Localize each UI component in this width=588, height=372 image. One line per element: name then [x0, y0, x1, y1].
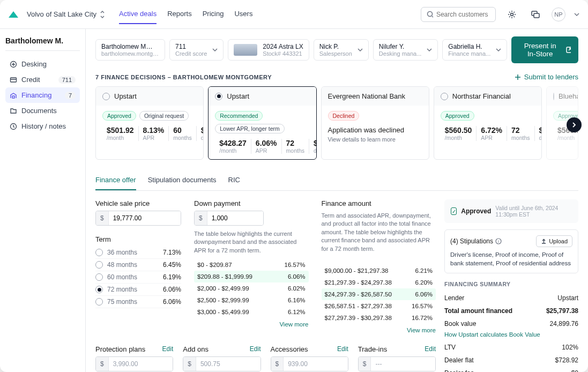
band-range: $24,297.39 - $26,587.50	[325, 291, 392, 297]
sidebar-item-credit[interactable]: Credit 711	[5, 72, 80, 87]
term-option-2[interactable]: 60 months6.19%	[95, 271, 181, 284]
documents-icon	[10, 107, 17, 115]
ctx-desk-role: Desking mana...	[379, 50, 421, 57]
tab-pricing[interactable]: Pricing	[203, 4, 224, 24]
band-apr: 6.02%	[288, 285, 306, 292]
sum-key: Lender	[444, 294, 464, 302]
mini-input[interactable]: $	[358, 356, 436, 371]
ctx-desking-mgr[interactable]: Nilufer Y.Desking mana...	[373, 39, 438, 61]
chevron-down-icon	[427, 47, 432, 53]
ctx-finance-mgr[interactable]: Gabriella H.Finance mana...	[442, 39, 507, 61]
radio-icon	[95, 249, 103, 256]
fin-note: Term and associated APR, downpayment, an…	[322, 212, 436, 253]
plus-icon	[515, 74, 521, 80]
metric-value: 6.06%	[256, 139, 277, 147]
tab-stip-docs[interactable]: Stipulation documents	[148, 170, 217, 190]
finance-card-3[interactable]: Northstar FinancialApproved$560.50/month…	[434, 86, 542, 160]
financing-badge: 7	[65, 92, 76, 99]
svg-text:i: i	[498, 239, 499, 244]
sidebar-item-history[interactable]: History / notes	[5, 118, 80, 134]
radio-icon[interactable]	[215, 93, 222, 100]
metric-value: 72	[286, 139, 304, 147]
settings-icon[interactable]	[504, 7, 519, 22]
upload-button[interactable]: Upload	[536, 235, 572, 247]
currency-icon: $	[271, 357, 284, 371]
finance-card-0[interactable]: UpstartApprovedOriginal request$501.92/m…	[95, 86, 204, 160]
term-option-0[interactable]: 36 months7.13%	[95, 247, 181, 259]
ctx-customer[interactable]: Bartholomew Montgomerybartholomew.montgo…	[95, 39, 165, 61]
band-row: $3,000 - $5,499.996.12%	[194, 306, 309, 318]
ctx-sales-role: Salesperson	[319, 50, 352, 57]
tab-users[interactable]: Users	[234, 4, 252, 24]
down-payment-input[interactable]: $	[194, 211, 264, 226]
term-apr: 6.06%	[163, 298, 181, 306]
edit-link[interactable]: Edit	[425, 345, 436, 353]
vehicle-thumb	[234, 44, 257, 56]
sidebar-item-documents[interactable]: Documents	[5, 103, 80, 118]
scroll-next-icon[interactable]	[567, 117, 582, 132]
chevron-down-icon[interactable]	[574, 12, 579, 17]
edit-link[interactable]: Edit	[337, 345, 348, 353]
metric-label: /month	[219, 147, 247, 154]
sidebar-item-desking[interactable]: Desking	[5, 56, 80, 72]
term-option-4[interactable]: 75 months6.06%	[95, 296, 181, 308]
book-value-link[interactable]: How Upstart calculates Book Value	[444, 331, 578, 338]
nav-tabs: Active deals Reports Pricing Users	[119, 4, 252, 24]
band-row: $0 - $209.8716.57%	[194, 259, 309, 271]
tab-finance-offer[interactable]: Finance offer	[95, 170, 136, 190]
search-box[interactable]	[421, 7, 496, 22]
search-icon	[427, 11, 433, 18]
metric-label: APR	[143, 135, 165, 141]
tab-ric[interactable]: RIC	[228, 170, 240, 190]
chat-icon[interactable]	[528, 7, 543, 22]
avatar[interactable]: NP	[552, 8, 565, 21]
search-input[interactable]	[436, 11, 490, 18]
credit-icon	[10, 76, 17, 84]
band-range: $209.88 - $1,999.99	[197, 273, 252, 280]
view-more-down[interactable]: View more	[194, 321, 309, 328]
metric-value: $1,000	[201, 126, 204, 135]
band-range: $27,297.39 - $30,297.38	[325, 315, 392, 321]
ctx-fin-name: Gabriella H.	[448, 43, 490, 50]
radio-icon[interactable]	[102, 93, 110, 100]
term-duration: 72 months	[107, 286, 137, 293]
ctx-fin-role: Finance mana...	[448, 50, 490, 57]
term-option-3[interactable]: 72 months6.06%	[95, 284, 181, 296]
sum-key: Dealer flat	[444, 356, 474, 364]
ctx-salesperson[interactable]: Nick P.Salesperson	[314, 39, 369, 61]
ctx-credit[interactable]: 711Credit score	[169, 39, 224, 61]
sidebar: Bartholomew M. Desking Credit 711 Financ…	[0, 29, 86, 372]
submit-to-lenders-link[interactable]: Submit to lenders	[515, 73, 578, 81]
metric-value: $501.92	[107, 126, 134, 135]
ctx-vehicle[interactable]: 2024 Astra LXStock# 443321	[228, 39, 309, 61]
finance-amount-label: Finance amount	[322, 199, 436, 207]
finance-card-2[interactable]: Evergreen National BankDeclinedApplicati…	[321, 86, 429, 160]
stip-title: (4) Stipulationsi	[450, 237, 502, 245]
finance-card-1[interactable]: UpstartRecommendedLower APR, longer term…	[208, 86, 316, 160]
metric-value: $428.27	[219, 139, 247, 147]
sidebar-item-financing[interactable]: Financing 7	[5, 87, 80, 103]
mini-input[interactable]: $	[183, 356, 260, 371]
tab-active-deals[interactable]: Active deals	[119, 4, 157, 24]
present-in-store-button[interactable]: Present in In-Store	[511, 36, 578, 63]
view-more-fin[interactable]: View more	[322, 327, 436, 333]
sale-price-input[interactable]: $	[95, 211, 181, 226]
topbar: Volvo of Salt Lake City Active deals Rep…	[0, 0, 588, 29]
term-option-1[interactable]: 48 months6.45%	[95, 259, 181, 271]
check-icon: ✓	[451, 207, 457, 215]
mini-label: Protection plans	[95, 345, 145, 353]
sum-val: $728.92	[555, 356, 578, 364]
edit-link[interactable]: Edit	[250, 345, 261, 353]
ctx-customer-email: bartholomew.montgome...	[101, 50, 160, 57]
logo-icon	[9, 11, 18, 18]
metric-label: APR	[481, 135, 502, 141]
radio-icon[interactable]	[553, 93, 554, 100]
tab-reports[interactable]: Reports	[167, 4, 192, 24]
sidebar-item-label: Financing	[21, 91, 51, 99]
dealer-selector[interactable]: Volvo of Salt Lake City	[27, 10, 105, 18]
mini-input[interactable]: $	[271, 356, 348, 371]
mini-input[interactable]: $	[95, 356, 173, 371]
edit-link[interactable]: Edit	[162, 345, 174, 353]
band-apr: 16.57%	[412, 303, 433, 309]
radio-icon[interactable]	[441, 93, 448, 100]
